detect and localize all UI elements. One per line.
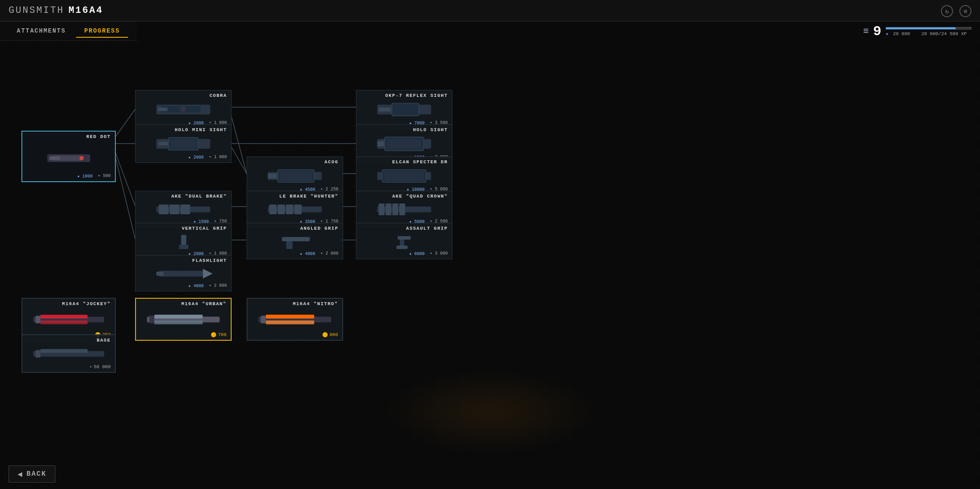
cobra-name: COBRA <box>140 93 227 98</box>
reddot-img <box>27 147 111 166</box>
skin-nitro-price: 800 <box>329 332 338 337</box>
acog-img <box>251 166 338 186</box>
coin-icon-3 <box>323 332 328 337</box>
skin-urban-cost: 700 <box>140 332 226 337</box>
le-brake-img <box>251 199 338 219</box>
vertical-grip-name: VERTICAL GRIP <box>140 226 227 231</box>
svg-rect-24 <box>159 142 168 145</box>
svg-rect-66 <box>36 316 40 324</box>
okp7-name: OKP-7 REFLEX SIGHT <box>361 93 448 98</box>
vertical-grip-img <box>140 231 227 251</box>
svg-rect-54 <box>179 245 189 249</box>
svg-marker-61 <box>203 269 213 279</box>
reddot-xp: ★ 1000 <box>77 174 93 179</box>
flashlight-card[interactable]: FLASHLIGHT ★ 4000 ▪ 2 000 <box>135 255 232 291</box>
back-label: BACK <box>27 470 46 478</box>
svg-rect-70 <box>149 316 154 324</box>
ake-dual-card[interactable]: AKE "DUAL BRAKE" ★ 1500 ▪ 750 <box>135 191 232 227</box>
svg-rect-30 <box>392 103 419 116</box>
okp7-card[interactable]: OKP-7 REFLEX SIGHT ★ 7000 ▪ 3 500 <box>356 90 452 129</box>
svg-rect-74 <box>261 316 265 324</box>
assault-grip-name: ASSAULT GRIP <box>361 226 448 231</box>
svg-rect-65 <box>40 321 87 324</box>
assault-grip-card[interactable]: ASSAULT GRIP ★ 6000 ▪ 3 000 <box>356 223 452 259</box>
svg-rect-28 <box>268 174 277 178</box>
skin-jockey-name: M16A4 "JOCKEY" <box>27 301 111 306</box>
xp-fill <box>886 27 956 29</box>
back-arrow-icon: ◀ <box>18 469 23 479</box>
svg-rect-72 <box>266 315 314 318</box>
svg-rect-69 <box>154 321 203 324</box>
svg-rect-27 <box>280 171 312 181</box>
okp7-img <box>361 100 448 119</box>
svg-rect-45 <box>278 204 285 214</box>
holo-mini-img <box>140 134 227 153</box>
svg-rect-40 <box>159 204 169 214</box>
flashlight-cost: ★ 4000 ▪ 2 000 <box>140 283 227 288</box>
skin-nitro-card[interactable]: M16A4 "NITRO" 800 <box>247 298 343 341</box>
angled-grip-card[interactable]: ANGLED GRIP ★ 4000 ▪ 2 000 <box>247 223 343 259</box>
holo-mini-card[interactable]: HOLO MINI SIGHT ★ 2000 ▪ 1 000 <box>135 124 232 163</box>
svg-rect-62 <box>157 272 164 276</box>
angled-grip-xp: ★ 4000 <box>300 251 315 256</box>
svg-rect-55 <box>282 237 310 241</box>
tab-attachments[interactable]: ATTACHMENTS <box>9 24 74 37</box>
ake-quad-name: AKE "QUAD CROWN" <box>361 194 448 199</box>
back-button[interactable]: ◀ BACK <box>9 465 55 483</box>
reddot-cost: ★ 1000 ▪ 500 <box>27 174 111 179</box>
svg-rect-51 <box>392 203 398 215</box>
skin-urban-img <box>140 310 226 329</box>
holo-mini-cost: ★ 2000 ▪ 1 000 <box>140 155 227 160</box>
tab-progress[interactable]: PROGRESS <box>76 24 128 38</box>
skin-base-cost: ▪ 50 000 <box>27 364 111 369</box>
skin-base-card[interactable]: BASE ▪ 50 000 <box>21 334 116 373</box>
acog-card[interactable]: ACOG ★ 4500 ▪ 2 250 <box>247 156 343 195</box>
skin-base-name: BASE <box>27 338 111 343</box>
nav-tabs: ATTACHMENTS PROGRESS <box>0 21 137 41</box>
skin-urban-card[interactable]: M16A4 "URBAN" 700 <box>135 298 232 341</box>
ake-quad-card[interactable]: AKE "QUAD CROWN" ★ 5000 ▪ 2 500 <box>356 191 452 227</box>
reddot-name: RED DOT <box>27 134 111 139</box>
cobra-card[interactable]: COBRA ★ 2000 ▪ 1 000 <box>135 90 232 129</box>
svg-point-19 <box>181 106 187 112</box>
elcan-card[interactable]: ELCAN SPECTER DR ★ 10000 ▪ 5 000 <box>356 156 452 195</box>
xp-section: ★ 20 000 20 000/24 500 XP <box>886 27 971 36</box>
svg-rect-42 <box>181 204 190 214</box>
reddot-coins: ▪ 500 <box>98 174 111 179</box>
svg-rect-47 <box>294 204 302 214</box>
svg-point-15 <box>79 156 84 160</box>
svg-line-0 <box>114 109 135 139</box>
svg-rect-60 <box>159 270 203 276</box>
flashlight-coins: ▪ 2 000 <box>209 283 227 288</box>
flashlight-xp: ★ 4000 <box>188 283 204 288</box>
le-brake-name: LE BRAKE "HUNTER" <box>251 194 338 199</box>
svg-rect-44 <box>269 204 277 214</box>
svg-rect-34 <box>387 139 422 149</box>
angled-grip-name: ANGLED GRIP <box>251 226 338 231</box>
ake-quad-img <box>361 199 448 219</box>
svg-rect-50 <box>386 203 392 215</box>
svg-rect-31 <box>379 108 391 111</box>
eye-off-icon[interactable]: ⊘ <box>959 5 971 17</box>
angled-grip-coins: ▪ 2 000 <box>320 251 338 256</box>
reddot-card[interactable]: RED DOT ★ 1000 ▪ 500 <box>21 131 116 182</box>
svg-rect-16 <box>49 156 60 160</box>
holo-mini-coins: ▪ 1 000 <box>209 155 227 160</box>
flashlight-name: FLASHLIGHT <box>140 258 227 263</box>
holo-mini-name: HOLO MINI SIGHT <box>140 127 227 132</box>
holo-sight-name: HOLO SIGHT <box>361 127 448 132</box>
elcan-img <box>361 166 448 186</box>
refresh-icon[interactable]: ↻ <box>941 5 953 17</box>
svg-rect-76 <box>40 349 87 353</box>
svg-line-2 <box>114 148 135 206</box>
svg-rect-20 <box>158 108 168 111</box>
assault-grip-xp: ★ 6000 <box>409 251 425 256</box>
vertical-grip-card[interactable]: VERTICAL GRIP ★ 2000 ▪ 1 000 <box>135 223 232 259</box>
xp-current: 20 000 <box>893 31 910 36</box>
le-brake-card[interactable]: LE BRAKE "HUNTER" ★ 3500 ▪ 1 750 <box>247 191 343 227</box>
assault-grip-coins: ▪ 3 000 <box>430 251 448 256</box>
svg-rect-46 <box>286 204 293 214</box>
title-prefix: GUNSMITH <box>9 5 64 16</box>
svg-rect-77 <box>36 350 40 358</box>
rank-number: 9 <box>873 24 881 39</box>
